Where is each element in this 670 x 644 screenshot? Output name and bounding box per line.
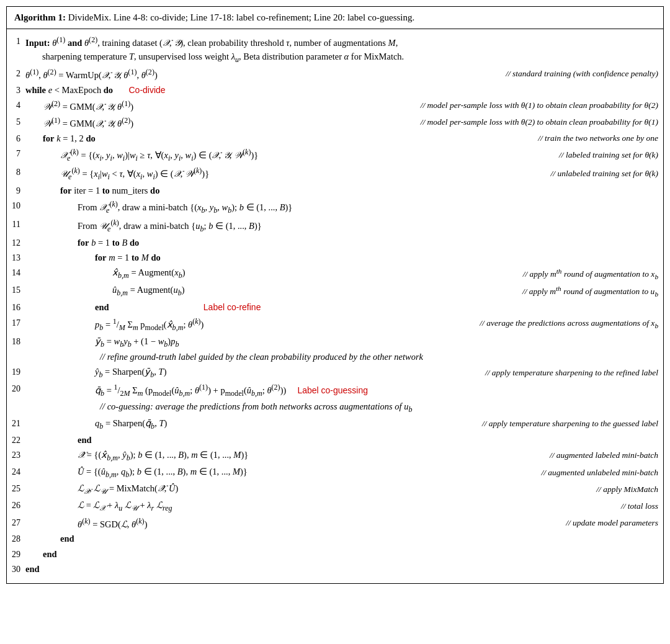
input-text: θ(1) and θ(2), training dataset (𝒳, 𝒴), … xyxy=(52,38,398,48)
line-num-25: 25 xyxy=(12,482,25,496)
input-text-line2: sharpening temperature T, unsupervised l… xyxy=(25,51,404,61)
line-26-content: ℒ = ℒ𝒳 + λu ℒ𝒰 + λr ℒreg // total loss xyxy=(25,498,658,514)
line-28-content: end xyxy=(25,532,658,545)
line-9: 9 for iter = 1 to num_iters do xyxy=(12,184,658,198)
line-4-content: 𝒲(2) = GMM(𝒳, 𝒴, θ(1)) // model per-samp… xyxy=(25,98,658,114)
line-16: 16 end Label co-refine xyxy=(12,300,658,315)
line-18-content: ȳb = wbyb + (1 − wb)pb // refine ground-… xyxy=(25,334,658,364)
line-27: 27 θ(k) = SGD(ℒ, θ(k)) // update model p… xyxy=(12,516,658,531)
label-corefine-label: Label co-refine xyxy=(203,302,261,312)
line-24-content: Û = {(ûb,m, qb); b ∈ (1, ..., B), m ∈ (1… xyxy=(25,465,658,481)
line-22: 22 end xyxy=(12,433,658,447)
line-9-content: for iter = 1 to num_iters do xyxy=(25,184,658,197)
line-17: 17 pb = 1/M Σm pmodel(x̂b,m; θ(k)) // av… xyxy=(12,316,658,333)
line-7: 7 𝒳e(k) = {(xi, yi, wi)|wi ≥ τ, ∀(xi, yi… xyxy=(12,146,658,164)
line-num-5: 5 xyxy=(12,115,25,129)
line-15-content: ûb,m = Augment(ub) // apply mth round of… xyxy=(25,283,658,300)
line-6-comment: // train the two networks one by one xyxy=(538,133,658,143)
line-num-19: 19 xyxy=(12,365,25,379)
line-7-content: 𝒳e(k) = {(xi, yi, wi)|wi ≥ τ, ∀(xi, yi, … xyxy=(25,146,658,164)
line-2-comment: // standard training (with confidence pe… xyxy=(506,69,658,78)
line-14: 14 x̂b,m = Augment(xb) // apply mth roun… xyxy=(12,266,658,282)
line-3: 3 while e < MaxEpoch do Co-divide xyxy=(12,83,658,97)
line-30: 30 end xyxy=(12,562,658,576)
line-num-2: 2 xyxy=(12,67,25,81)
line-num-28: 28 xyxy=(12,532,25,546)
do-keyword: do xyxy=(104,85,113,95)
line-num-30: 30 xyxy=(12,563,25,576)
line-25: 25 ℒ𝒳, ℒ𝒰 = MixMatch(𝒳̂, Û) // apply Mix… xyxy=(12,481,658,498)
algorithm-header: Algorithm 1: DivideMix. Line 4-8: co-div… xyxy=(7,7,663,29)
while-keyword: while xyxy=(25,85,46,95)
line-3-cond: e < MaxEpoch xyxy=(48,85,104,95)
line-21-content: qb = Sharpen(q̄b, T) // apply temperatur… xyxy=(25,416,658,432)
line-8-comment: // unlabeled training set for θ(k) xyxy=(551,169,658,178)
line-num-23: 23 xyxy=(12,449,25,462)
line-18: 18 ȳb = wbyb + (1 − wb)pb // refine grou… xyxy=(12,334,658,364)
input-label: Input: xyxy=(25,38,50,48)
co-divide-label: Co-divide xyxy=(128,85,165,95)
line-5: 5 𝒲(1) = GMM(𝒳, 𝒴, θ(2)) // model per-sa… xyxy=(12,115,658,130)
algorithm-title: Algorithm 1: xyxy=(14,12,66,22)
line-num-21: 21 xyxy=(12,417,25,431)
line-6: 6 for k = 1, 2 do // train the two netwo… xyxy=(12,132,658,146)
line-28: 28 end xyxy=(12,532,658,546)
line-1: 1 Input: θ(1) and θ(2), training dataset… xyxy=(12,34,658,66)
line-27-content: θ(k) = SGD(ℒ, θ(k)) // update model para… xyxy=(25,516,658,531)
line-7-comment: // labeled training set for θ(k) xyxy=(559,150,658,159)
line-num-18: 18 xyxy=(12,335,25,349)
line-num-17: 17 xyxy=(12,316,25,330)
line-num-29: 29 xyxy=(12,548,25,561)
line-num-4: 4 xyxy=(12,99,25,112)
line-num-22: 22 xyxy=(12,434,25,447)
line-17-content: pb = 1/M Σm pmodel(x̂b,m; θ(k)) // avera… xyxy=(25,316,658,333)
line-num-10: 10 xyxy=(12,199,25,213)
line-num-6: 6 xyxy=(12,132,25,146)
line-num-3: 3 xyxy=(12,84,25,97)
line-num-24: 24 xyxy=(12,465,25,479)
line-26: 26 ℒ = ℒ𝒳 + λu ℒ𝒰 + λr ℒreg // total los… xyxy=(12,498,658,514)
line-num-13: 13 xyxy=(12,251,25,265)
algorithm-title-desc: DivideMix. Line 4-8: co-divide; Line 17-… xyxy=(68,12,415,22)
line-22-content: end xyxy=(25,433,658,447)
line-1-content: Input: θ(1) and θ(2), training dataset (… xyxy=(25,34,658,66)
line-27-comment: // update model parameters xyxy=(566,518,658,527)
algorithm-body: 1 Input: θ(1) and θ(2), training dataset… xyxy=(7,29,663,583)
line-14-content: x̂b,m = Augment(xb) // apply mth round o… xyxy=(25,266,658,282)
line-16-content: end Label co-refine xyxy=(25,300,658,315)
line-5-content: 𝒲(1) = GMM(𝒳, 𝒴, θ(2)) // model per-samp… xyxy=(25,115,658,130)
line-num-7: 7 xyxy=(12,147,25,161)
line-num-27: 27 xyxy=(12,516,25,530)
line-29-content: end xyxy=(25,547,658,561)
line-8-content: 𝒰e(k) = {xi|wi < τ, ∀(xi, wi) ∈ (𝒳, 𝒲(k)… xyxy=(25,165,658,182)
line-13: 13 for m = 1 to M do xyxy=(12,251,658,265)
line-num-15: 15 xyxy=(12,284,25,297)
line-num-14: 14 xyxy=(12,266,25,280)
line-2: 2 θ(1), θ(2) = WarmUp(𝒳, 𝒴, θ(1), θ(2)) … xyxy=(12,66,658,82)
line-12-content: for b = 1 to B do xyxy=(25,236,658,249)
line-num-11: 11 xyxy=(12,218,25,231)
algorithm-container: Algorithm 1: DivideMix. Line 4-8: co-div… xyxy=(6,6,664,584)
line-20-subcomment: // co-guessing: average the predictions … xyxy=(95,401,412,411)
label-coguessing-label: Label co-guessing xyxy=(297,385,368,395)
line-25-content: ℒ𝒳, ℒ𝒰 = MixMatch(𝒳̂, Û) // apply MixMat… xyxy=(25,481,658,498)
line-23-comment: // augmented labeled mini-batch xyxy=(550,450,658,460)
line-18-subcomment: // refine ground-truth label guided by t… xyxy=(95,352,423,362)
line-20: 20 q̄b = 1/2M Σm (pmodel(ûb,m; θ(1)) + p… xyxy=(12,382,658,415)
line-6-content: for k = 1, 2 do // train the two network… xyxy=(25,132,658,145)
line-15: 15 ûb,m = Augment(ub) // apply mth round… xyxy=(12,283,658,300)
line-8: 8 𝒰e(k) = {xi|wi < τ, ∀(xi, wi) ∈ (𝒳, 𝒲(… xyxy=(12,165,658,182)
line-num-8: 8 xyxy=(12,166,25,179)
line-24: 24 Û = {(ûb,m, qb); b ∈ (1, ..., B), m ∈… xyxy=(12,465,658,481)
line-num-16: 16 xyxy=(12,301,25,315)
line-26-comment: // total loss xyxy=(621,501,658,511)
line-3-content: while e < MaxEpoch do Co-divide xyxy=(25,83,658,97)
line-29: 29 end xyxy=(12,547,658,561)
line-23-content: 𝒳̂ = {(x̂b,m, ŷb); b ∈ (1, ..., B), m ∈ … xyxy=(25,448,658,464)
line-24-comment: // augmented unlabeled mini-batch xyxy=(541,468,658,477)
line-21: 21 qb = Sharpen(q̄b, T) // apply tempera… xyxy=(12,416,658,432)
line-5-comment: // model per-sample loss with θ(2) to ob… xyxy=(421,117,658,127)
line-num-1: 1 xyxy=(12,35,25,48)
line-25-comment: // apply MixMatch xyxy=(596,485,658,494)
line-19-content: ŷb = Sharpen(ȳb, T) // apply temperature… xyxy=(25,365,658,381)
